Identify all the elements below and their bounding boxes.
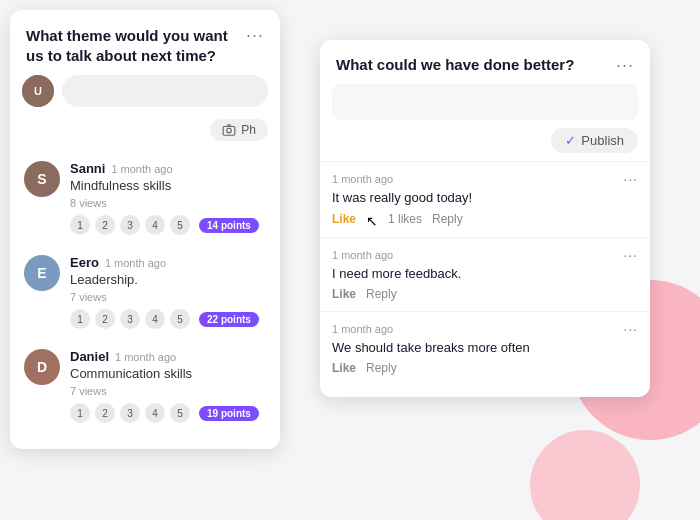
reply-button[interactable]: Reply xyxy=(366,361,397,375)
rating-1[interactable]: 1 xyxy=(70,403,90,423)
reply-button[interactable]: Reply xyxy=(432,212,463,226)
comment-actions: Like Reply xyxy=(332,287,638,301)
points-badge: 19 points xyxy=(199,406,259,421)
rating-row: 1 2 3 4 5 14 points xyxy=(70,215,266,235)
card-left: What theme would you want us to talk abo… xyxy=(10,10,280,449)
list-item: S Sanni 1 month ago Mindfulness skills 8… xyxy=(10,151,280,245)
like-button[interactable]: Like xyxy=(332,212,356,226)
check-icon: ✓ xyxy=(565,133,576,148)
avatar: S xyxy=(24,161,60,197)
rating-3[interactable]: 3 xyxy=(120,309,140,329)
rating-3[interactable]: 3 xyxy=(120,215,140,235)
comment-text: We should take breaks more often xyxy=(332,340,638,355)
deco-circle-small xyxy=(530,430,640,520)
user-name: Daniel xyxy=(70,349,109,364)
comment-more-icon[interactable]: ··· xyxy=(623,248,638,262)
card-right-header: What could we have done better? ··· xyxy=(320,40,650,84)
publish-button[interactable]: ✓ Publish xyxy=(551,128,638,153)
user-list: S Sanni 1 month ago Mindfulness skills 8… xyxy=(10,151,280,433)
comment-more-icon[interactable]: ··· xyxy=(623,172,638,186)
publish-label: Publish xyxy=(581,133,624,148)
reply-input-left[interactable] xyxy=(62,75,268,107)
points-badge: 22 points xyxy=(199,312,259,327)
card-left-title: What theme would you want us to talk abo… xyxy=(26,26,238,65)
user-time: 1 month ago xyxy=(111,163,172,175)
comment-actions: Like ↖ 1 likes Reply xyxy=(332,211,638,227)
reply-area-left: U xyxy=(10,75,280,119)
rating-3[interactable]: 3 xyxy=(120,403,140,423)
user-views: 8 views xyxy=(70,197,266,209)
svg-point-1 xyxy=(227,128,232,133)
rating-5[interactable]: 5 xyxy=(170,215,190,235)
comment-item: 1 month ago ··· I need more feedback. Li… xyxy=(320,237,650,311)
user-time: 1 month ago xyxy=(115,351,176,363)
photo-button[interactable]: Ph xyxy=(210,119,268,141)
more-menu-icon-right[interactable]: ··· xyxy=(616,56,634,74)
user-skill: Mindfulness skills xyxy=(70,178,266,193)
avatar: D xyxy=(24,349,60,385)
user-skill: Leadership. xyxy=(70,272,266,287)
rating-4[interactable]: 4 xyxy=(145,309,165,329)
more-menu-icon-left[interactable]: ··· xyxy=(246,26,264,44)
like-button[interactable]: Like xyxy=(332,287,356,301)
rating-5[interactable]: 5 xyxy=(170,309,190,329)
like-button[interactable]: Like xyxy=(332,361,356,375)
list-item: D Daniel 1 month ago Communication skill… xyxy=(10,339,280,433)
card-right-title: What could we have done better? xyxy=(336,56,608,73)
comment-text: It was really good today! xyxy=(332,190,638,205)
rating-1[interactable]: 1 xyxy=(70,309,90,329)
comment-text: I need more feedback. xyxy=(332,266,638,281)
rating-2[interactable]: 2 xyxy=(95,309,115,329)
comment-time: 1 month ago ··· xyxy=(332,248,638,262)
right-reply-input[interactable] xyxy=(332,84,638,120)
publish-row: ✓ Publish xyxy=(320,128,650,161)
rating-4[interactable]: 4 xyxy=(145,403,165,423)
user-skill: Communication skills xyxy=(70,366,266,381)
comment-actions: Like Reply xyxy=(332,361,638,375)
comment-item: 1 month ago ··· We should take breaks mo… xyxy=(320,311,650,385)
photo-btn-row: Ph xyxy=(10,119,280,151)
card-right: What could we have done better? ··· ✓ Pu… xyxy=(320,40,650,397)
rating-row: 1 2 3 4 5 22 points xyxy=(70,309,266,329)
rating-2[interactable]: 2 xyxy=(95,215,115,235)
user-name: Sanni xyxy=(70,161,105,176)
points-badge: 14 points xyxy=(199,218,259,233)
rating-row: 1 2 3 4 5 19 points xyxy=(70,403,266,423)
user-info-sanni: Sanni 1 month ago Mindfulness skills 8 v… xyxy=(70,161,266,235)
like-count: 1 likes xyxy=(388,212,422,226)
user-views: 7 views xyxy=(70,385,266,397)
user-name: Eero xyxy=(70,255,99,270)
photo-btn-label: Ph xyxy=(241,123,256,137)
comment-time: 1 month ago ··· xyxy=(332,322,638,336)
rating-4[interactable]: 4 xyxy=(145,215,165,235)
rating-1[interactable]: 1 xyxy=(70,215,90,235)
comment-time: 1 month ago ··· xyxy=(332,172,638,186)
user-views: 7 views xyxy=(70,291,266,303)
card-left-header: What theme would you want us to talk abo… xyxy=(10,10,280,75)
avatar: E xyxy=(24,255,60,291)
comment-more-icon[interactable]: ··· xyxy=(623,322,638,336)
comment-item: 1 month ago ··· It was really good today… xyxy=(320,161,650,237)
user-info-daniel: Daniel 1 month ago Communication skills … xyxy=(70,349,266,423)
reply-button[interactable]: Reply xyxy=(366,287,397,301)
list-item: E Eero 1 month ago Leadership. 7 views 1… xyxy=(10,245,280,339)
user-info-eero: Eero 1 month ago Leadership. 7 views 1 2… xyxy=(70,255,266,329)
rating-5[interactable]: 5 xyxy=(170,403,190,423)
cursor-icon: ↖ xyxy=(366,213,378,229)
rating-2[interactable]: 2 xyxy=(95,403,115,423)
user-time: 1 month ago xyxy=(105,257,166,269)
current-user-avatar-left: U xyxy=(22,75,54,107)
